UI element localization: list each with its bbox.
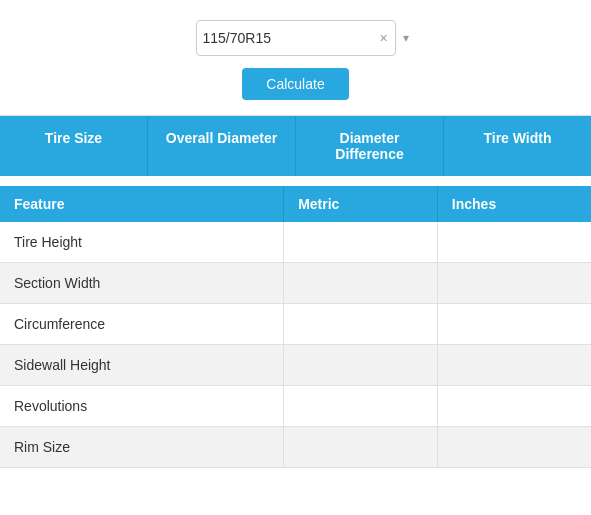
table-row: Rim Size <box>0 427 591 468</box>
cell-inches <box>437 263 591 304</box>
table-row: Section Width <box>0 263 591 304</box>
col-header-feature: Feature <box>0 186 284 222</box>
cell-inches <box>437 345 591 386</box>
cell-feature: Rim Size <box>0 427 284 468</box>
col-header-metric: Metric <box>284 186 438 222</box>
cell-metric <box>284 263 438 304</box>
cell-feature: Circumference <box>0 304 284 345</box>
table-section: Feature Metric Inches Tire HeightSection… <box>0 176 591 468</box>
cell-metric <box>284 222 438 263</box>
table-row: Revolutions <box>0 386 591 427</box>
tabs-row: Tire Size Overall Diameter Diameter Diff… <box>0 115 591 176</box>
cell-feature: Tire Height <box>0 222 284 263</box>
cell-feature: Section Width <box>0 263 284 304</box>
cell-metric <box>284 386 438 427</box>
table-row: Circumference <box>0 304 591 345</box>
table-row: Tire Height <box>0 222 591 263</box>
tab-overall-diameter[interactable]: Overall Diameter <box>148 116 296 176</box>
tab-tire-size[interactable]: Tire Size <box>0 116 148 176</box>
tire-input-wrapper: × | ▾ <box>196 20 396 56</box>
clear-button[interactable]: × <box>378 31 390 45</box>
table-row: Sidewall Height <box>0 345 591 386</box>
cell-metric <box>284 345 438 386</box>
properties-table: Feature Metric Inches Tire HeightSection… <box>0 186 591 468</box>
tab-tire-width[interactable]: Tire Width <box>444 116 591 176</box>
top-section: × | ▾ Calculate <box>0 0 591 115</box>
tab-diameter-difference[interactable]: Diameter Difference <box>296 116 444 176</box>
cell-feature: Sidewall Height <box>0 345 284 386</box>
input-controls: × | ▾ <box>378 30 412 46</box>
cell-metric <box>284 304 438 345</box>
cell-inches <box>437 386 591 427</box>
calculate-button[interactable]: Calculate <box>242 68 348 100</box>
cell-inches <box>437 222 591 263</box>
cell-inches <box>437 427 591 468</box>
dropdown-button[interactable]: ▾ <box>401 31 411 45</box>
cell-feature: Revolutions <box>0 386 284 427</box>
input-separator: | <box>394 30 398 46</box>
col-header-inches: Inches <box>437 186 591 222</box>
cell-metric <box>284 427 438 468</box>
cell-inches <box>437 304 591 345</box>
tire-size-input[interactable] <box>203 30 378 46</box>
